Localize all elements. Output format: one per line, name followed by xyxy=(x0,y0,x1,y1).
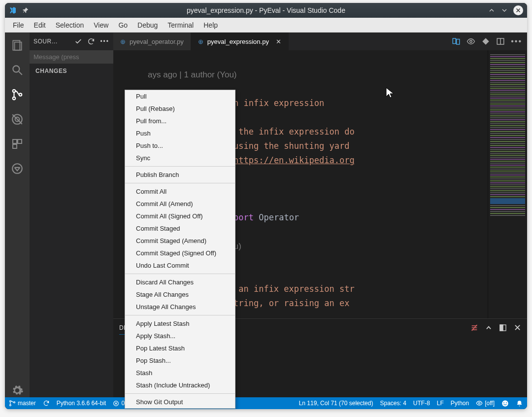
menu-apply-latest-stash[interactable]: Apply Latest Stash xyxy=(125,317,235,330)
split-editor-icon[interactable] xyxy=(496,37,505,46)
window-close-icon[interactable] xyxy=(513,5,523,15)
menu-file[interactable]: File xyxy=(8,19,29,31)
menu-view[interactable]: View xyxy=(89,19,113,31)
status-encoding[interactable]: UTF-8 xyxy=(413,400,430,407)
menu-pop-latest-stash[interactable]: Pop Latest Stash xyxy=(125,342,235,354)
menu-pull-from[interactable]: Pull from... xyxy=(125,115,235,127)
svg-rect-1 xyxy=(15,42,22,50)
menu-commit-staged-signed[interactable]: Commit Staged (Signed Off) xyxy=(125,247,235,259)
menu-push[interactable]: Push xyxy=(125,127,235,139)
status-spellcheck[interactable]: [off] xyxy=(476,400,495,407)
menu-show-git-output[interactable]: Show Git Output xyxy=(125,396,235,408)
compare-changes-icon[interactable] xyxy=(452,37,461,46)
toggle-visibility-icon[interactable] xyxy=(466,37,475,46)
menu-sync[interactable]: Sync xyxy=(125,152,235,164)
activity-extensions-icon[interactable] xyxy=(10,137,24,151)
menu-publish-branch[interactable]: Publish Branch xyxy=(125,169,235,181)
menu-push-to[interactable]: Push to... xyxy=(125,139,235,152)
menu-commit-all-signed[interactable]: Commit All (Signed Off) xyxy=(125,210,235,222)
commit-check-icon[interactable] xyxy=(74,37,82,45)
menu-discard-all[interactable]: Discard All Changes xyxy=(125,276,235,288)
menu-debug[interactable]: Debug xyxy=(133,19,163,31)
menu-edit[interactable]: Edit xyxy=(29,19,51,31)
activity-debug-icon[interactable] xyxy=(10,112,24,126)
wiki-link[interactable]: https://en.wikipedia.org xyxy=(233,155,355,165)
panel-maximize-icon[interactable] xyxy=(499,324,507,332)
status-sync[interactable] xyxy=(43,400,50,407)
panel-close-icon[interactable]: ✕ xyxy=(514,322,521,333)
pin-icon[interactable] xyxy=(22,6,30,14)
close-tab-icon[interactable]: ✕ xyxy=(276,38,281,45)
activity-bar xyxy=(5,33,30,397)
menu-pull-rebase[interactable]: Pull (Rebase) xyxy=(125,103,235,115)
status-eol[interactable]: LF xyxy=(437,400,444,407)
svg-rect-17 xyxy=(500,325,503,331)
status-spaces[interactable]: Spaces: 4 xyxy=(380,400,406,407)
scm-sidebar: SOUR… ••• CHANGES xyxy=(30,33,113,397)
tab-label: pyeval_operator.py xyxy=(130,38,184,45)
status-notifications-icon[interactable] xyxy=(516,400,523,407)
menu-terminal[interactable]: Terminal xyxy=(163,19,199,31)
activity-explorer-icon[interactable] xyxy=(10,38,24,52)
svg-point-24 xyxy=(503,402,504,403)
vscode-app-icon xyxy=(9,6,17,14)
editor-tabbar: ⊕ pyeval_operator.py ⊕ pyeval_expression… xyxy=(113,33,527,50)
python-file-icon: ⊕ xyxy=(198,38,203,45)
panel-chevron-up-icon[interactable] xyxy=(485,324,492,331)
svg-point-22 xyxy=(478,402,480,404)
menubar: File Edit Selection View Go Debug Termin… xyxy=(5,18,527,33)
menu-selection[interactable]: Selection xyxy=(51,19,89,31)
tab-label: pyeval_expression.py xyxy=(207,38,269,45)
menu-apply-stash[interactable]: Apply Stash... xyxy=(125,330,235,342)
tab-pyeval-operator[interactable]: ⊕ pyeval_operator.py xyxy=(113,33,191,50)
minimap[interactable] xyxy=(488,50,527,318)
activity-docker-icon[interactable] xyxy=(10,162,24,175)
window-minimize-icon[interactable] xyxy=(488,6,496,14)
svg-point-19 xyxy=(9,405,11,406)
status-language[interactable]: Python xyxy=(451,400,469,407)
activity-search-icon[interactable] xyxy=(10,63,24,77)
svg-rect-8 xyxy=(13,139,17,143)
scm-more-menu: Pull Pull (Rebase) Pull from... Push Pus… xyxy=(125,90,235,409)
sidebar-title: SOUR… xyxy=(33,38,69,45)
menu-stash[interactable]: Stash xyxy=(125,367,235,379)
python-file-icon: ⊕ xyxy=(120,38,126,45)
activity-scm-icon[interactable] xyxy=(10,88,24,102)
more-actions-icon[interactable]: ••• xyxy=(100,38,109,45)
menu-help[interactable]: Help xyxy=(199,19,223,31)
window-maximize-icon[interactable] xyxy=(500,6,508,14)
menu-stash-untracked[interactable]: Stash (Include Untracked) xyxy=(125,379,235,391)
status-python[interactable]: Python 3.6.6 64-bit xyxy=(57,400,106,407)
svg-point-18 xyxy=(9,400,11,402)
svg-point-11 xyxy=(12,164,22,174)
commit-message-input[interactable] xyxy=(30,50,113,64)
status-feedback-icon[interactable] xyxy=(501,400,509,407)
status-branch[interactable]: master xyxy=(9,400,36,407)
svg-point-3 xyxy=(13,90,15,92)
editor-more-icon[interactable]: ••• xyxy=(511,37,522,46)
menu-stage-all[interactable]: Stage All Changes xyxy=(125,288,235,301)
menu-unstage-all[interactable]: Unstage All Changes xyxy=(125,301,235,313)
menu-commit-staged-amend[interactable]: Commit Staged (Amend) xyxy=(125,235,235,247)
menu-undo-commit[interactable]: Undo Last Commit xyxy=(125,259,235,272)
tab-pyeval-expression[interactable]: ⊕ pyeval_expression.py ✕ xyxy=(191,33,289,50)
svg-point-14 xyxy=(470,40,472,43)
menu-go[interactable]: Go xyxy=(113,19,133,31)
menu-pop-stash[interactable]: Pop Stash... xyxy=(125,354,235,367)
menu-pull[interactable]: Pull xyxy=(125,90,235,103)
window-title: pyeval_expression.py - PyEval - Visual S… xyxy=(187,6,345,14)
svg-point-5 xyxy=(19,93,22,96)
gitlens-blame: ays ago | 1 author (You) xyxy=(148,70,237,79)
menu-commit-all[interactable]: Commit All xyxy=(125,185,235,198)
os-titlebar: pyeval_expression.py - PyEval - Visual S… xyxy=(5,3,527,18)
clear-panel-icon[interactable] xyxy=(470,324,478,332)
changes-section-header[interactable]: CHANGES xyxy=(30,64,113,78)
svg-point-2 xyxy=(13,66,19,72)
menu-commit-staged[interactable]: Commit Staged xyxy=(125,222,235,235)
diamond-icon[interactable] xyxy=(481,37,490,46)
activity-settings-icon[interactable] xyxy=(10,383,24,397)
refresh-icon[interactable] xyxy=(87,37,95,45)
menu-commit-all-amend[interactable]: Commit All (Amend) xyxy=(125,198,235,210)
svg-point-4 xyxy=(13,97,15,100)
status-cursor-pos[interactable]: Ln 119, Col 71 (70 selected) xyxy=(299,400,373,407)
